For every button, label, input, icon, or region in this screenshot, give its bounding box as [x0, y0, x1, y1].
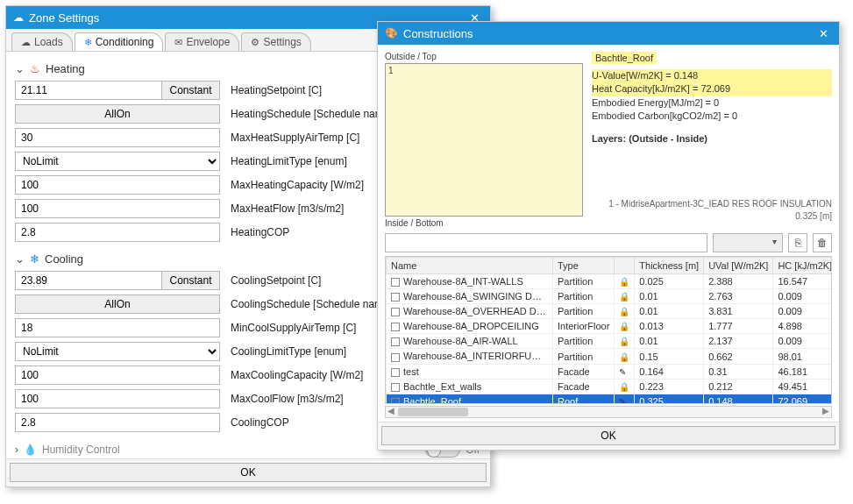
chevron-down-icon: ⌄	[15, 62, 25, 75]
col-name[interactable]: Name	[387, 258, 553, 274]
max-heating-capacity-label: MaxHeatingCapacity [W/m2]	[231, 179, 364, 191]
construction-name: Bachtle_Roof	[592, 52, 657, 64]
drop-icon: 💧	[24, 444, 37, 456]
max-heating-capacity-input[interactable]	[15, 175, 220, 195]
horizontal-scrollbar[interactable]	[385, 406, 832, 418]
gear-icon: ⚙	[251, 37, 259, 48]
layer-description: 1 - MidriseApartment-3C_IEAD RES ROOF IN…	[592, 198, 832, 223]
lock-icon: 🔒	[619, 337, 629, 346]
heating-limit-type-label: HeatingLimitType [enum]	[231, 155, 347, 167]
cooling-setpoint-input[interactable]	[15, 271, 162, 290]
layer-index: 1	[388, 66, 394, 75]
constructions-window: 🎨 Constructions ✕ Outside / Top 1 Inside…	[377, 21, 840, 451]
max-heat-flow-label: MaxHeatFlow [m3/s/m2]	[231, 202, 344, 215]
inside-label: Inside / Bottom	[385, 218, 583, 228]
tab-envelope[interactable]: ✉Envelope	[165, 32, 239, 51]
heating-setpoint-label: HeatingSetpoint [C]	[231, 84, 322, 96]
zone-title: Zone Settings	[29, 11, 99, 25]
cooling-schedule-button[interactable]: AllOn	[15, 295, 220, 314]
cloud-icon: ☁	[21, 37, 31, 48]
lock-icon: 🔒	[619, 352, 629, 362]
flame-icon: ♨	[30, 62, 40, 75]
outside-label: Outside / Top	[385, 52, 583, 61]
col-thickness[interactable]: Thickness [m]	[635, 258, 704, 274]
table-row[interactable]: Warehouse-8A_DROPCEILINGInteriorFloor🔒0.…	[387, 319, 833, 334]
tab-settings[interactable]: ⚙Settings	[241, 32, 310, 51]
chevron-right-icon: ›	[15, 444, 18, 456]
max-heat-flow-input[interactable]	[15, 199, 220, 218]
cooling-cop-label: CoolingCOP	[231, 416, 289, 429]
table-row[interactable]: Bachtle_Ext_wallsFacade🔒0.2230.21249.451…	[387, 379, 833, 394]
cons-titlebar[interactable]: 🎨 Constructions ✕	[378, 22, 839, 45]
table-row[interactable]: Warehouse-8A_INT-WALLSPartition🔒0.0252.3…	[387, 274, 833, 289]
min-cool-supply-label: MinCoolSupplyAirTemp [C]	[231, 322, 356, 334]
cooling-setpoint-mode-button[interactable]: Constant	[162, 271, 220, 290]
max-heat-supply-input[interactable]	[15, 128, 220, 147]
close-icon[interactable]: ✕	[815, 27, 832, 40]
max-cooling-capacity-input[interactable]	[15, 366, 220, 385]
heating-limit-type-select[interactable]: NoLimit	[15, 152, 220, 171]
heating-setpoint-input[interactable]	[15, 81, 162, 100]
layers-title: Layers: (Outside - Inside)	[592, 132, 832, 146]
heating-schedule-label: HeatingSchedule [Schedule name]	[231, 108, 393, 120]
constructions-grid[interactable]: Name Type Thickness [m] UVal [W/m2K] HC …	[385, 256, 832, 404]
cooling-limit-type-label: CoolingLimitType [enum]	[231, 345, 346, 358]
table-row[interactable]: Warehouse-8A_AIR-WALLPartition🔒0.012.137…	[387, 334, 833, 349]
tab-loads[interactable]: ☁Loads	[11, 32, 73, 51]
lock-icon: 🔒	[619, 382, 629, 392]
chevron-down-icon: ⌄	[15, 252, 25, 266]
heat-capacity-text: Heat Capacity[kJ/m2K] = 72.069	[592, 82, 832, 96]
heating-cop-label: HeatingCOP	[231, 226, 289, 238]
layers-preview: 1	[385, 63, 583, 217]
heating-cop-input[interactable]	[15, 223, 220, 242]
col-type[interactable]: Type	[553, 258, 615, 274]
cooling-limit-type-select[interactable]: NoLimit	[15, 342, 220, 361]
max-heat-supply-label: MaxHeatSupplyAirTemp [C]	[231, 131, 359, 144]
embodied-energy-text: Embodied Energy[MJ/m2] = 0	[592, 96, 832, 110]
lock-icon: 🔒	[619, 292, 629, 302]
table-row[interactable]: Warehouse-8A_INTERIORFURNISHINGSPartitio…	[387, 349, 833, 364]
cooling-schedule-label: CoolingSchedule [Schedule name]	[231, 298, 392, 310]
heating-schedule-button[interactable]: AllOn	[15, 104, 220, 124]
col-uval[interactable]: UVal [W/m2K]	[704, 258, 773, 274]
col-hc[interactable]: HC [kJ/m2K]	[773, 258, 832, 274]
lock-icon: 🔒	[619, 322, 629, 331]
cons-ok-button[interactable]: OK	[381, 426, 835, 445]
table-row[interactable]: Warehouse-8A_OVERHEAD DOOR SEMI-CONDPart…	[387, 304, 833, 319]
cooling-setpoint-label: CoolingSetpoint [C]	[231, 274, 321, 287]
max-cooling-capacity-label: MaxCoolingCapacity [W/m2]	[231, 369, 363, 381]
table-row[interactable]: testFacade✎0.1640.3146.18100	[387, 364, 833, 379]
filter-dropdown[interactable]	[713, 233, 783, 252]
tab-conditioning[interactable]: ❄Conditioning	[75, 32, 164, 51]
edit-icon: ✎	[619, 367, 626, 377]
edit-icon: ✎	[619, 397, 626, 404]
max-cool-flow-input[interactable]	[15, 389, 220, 408]
embodied-carbon-text: Embodied Carbon[kgCO2/m2] = 0	[592, 110, 832, 123]
zone-ok-button[interactable]: OK	[10, 463, 487, 482]
heating-setpoint-mode-button[interactable]: Constant	[162, 81, 220, 100]
min-cool-supply-input[interactable]	[15, 318, 220, 337]
cloud-icon: ☁	[13, 11, 24, 24]
table-row[interactable]: Bachtle_RoofRoof✎0.3250.14872.06900	[387, 394, 833, 404]
cooling-cop-input[interactable]	[15, 413, 220, 432]
uvalue-text: U-Value[W/m2K] = 0.148	[592, 69, 832, 82]
cons-title: Constructions	[403, 27, 473, 40]
max-cool-flow-label: MaxCoolFlow [m3/s/m2]	[231, 393, 344, 405]
snow-icon: ❄	[30, 252, 39, 266]
delete-button[interactable]: 🗑	[813, 233, 832, 252]
snow-icon: ❄	[84, 37, 92, 48]
lock-icon: 🔒	[619, 307, 629, 316]
lock-icon: 🔒	[619, 277, 629, 287]
copy-button[interactable]: ⎘	[788, 233, 807, 252]
palette-icon: 🎨	[385, 27, 398, 39]
table-row[interactable]: Warehouse-8A_SWINGING DOOR SEMI-CONDPart…	[387, 289, 833, 304]
envelope-icon: ✉	[174, 37, 182, 48]
search-input[interactable]	[385, 233, 707, 252]
